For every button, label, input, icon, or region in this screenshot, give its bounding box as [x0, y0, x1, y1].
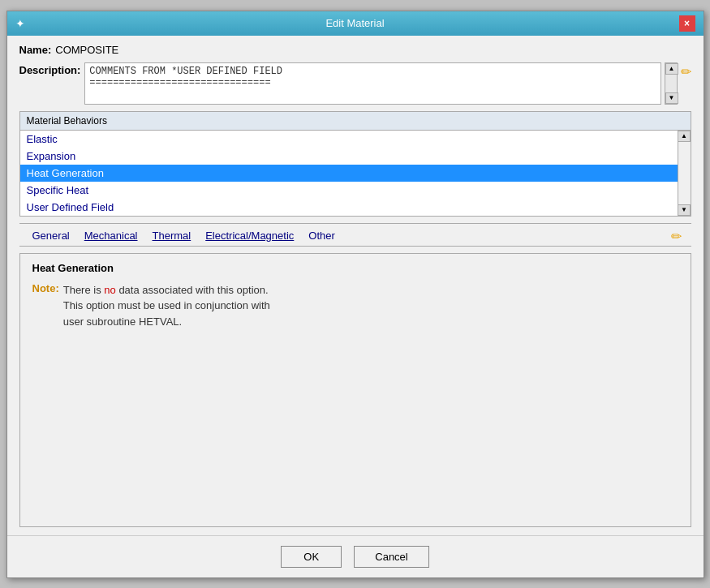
behavior-item-specific-heat[interactable]: Specific Heat — [20, 182, 678, 199]
title-bar: ✦ Edit Material × — [7, 11, 704, 36]
edit-material-dialog: ✦ Edit Material × Name: COMPOSITE Descri… — [6, 11, 704, 578]
note-no-data: no — [104, 284, 115, 296]
content-title: Heat Generation — [32, 262, 678, 274]
close-button[interactable]: × — [679, 15, 695, 32]
tab-other[interactable]: Other — [302, 227, 342, 246]
scroll-up-arrow[interactable]: ▲ — [665, 63, 678, 75]
behaviors-list: Elastic Expansion Heat Generation Specif… — [20, 131, 678, 216]
list-scroll-up[interactable]: ▲ — [678, 131, 691, 142]
behavior-item-user-defined-field[interactable]: User Defined Field — [20, 199, 678, 216]
note-line1-pre: There is — [63, 284, 105, 296]
scroll-down-arrow[interactable]: ▼ — [665, 92, 678, 104]
description-edit-icon[interactable]: ✏ — [681, 62, 691, 79]
behavior-item-expansion[interactable]: Expansion — [20, 148, 678, 165]
dialog-footer: OK Cancel — [7, 535, 704, 577]
name-row: Name: COMPOSITE — [19, 44, 691, 56]
description-row: Description: ▲ ▼ ✏ — [19, 62, 691, 105]
tab-mechanical[interactable]: Mechanical — [78, 227, 144, 246]
tab-general[interactable]: General — [26, 227, 76, 246]
ok-button[interactable]: OK — [281, 546, 342, 568]
tab-thermal[interactable]: Thermal — [146, 227, 198, 246]
tab-edit-icon[interactable]: ✏ — [668, 227, 685, 246]
dialog-title: Edit Material — [32, 17, 679, 29]
dialog-body: Name: COMPOSITE Description: ▲ ▼ ✏ Mater… — [7, 36, 704, 535]
tab-electrical-magnetic[interactable]: Electrical/Magnetic — [199, 227, 300, 246]
note-line1-post: data associated with this option. — [116, 284, 269, 296]
description-box-wrapper: ▲ ▼ ✏ — [84, 62, 691, 105]
behavior-item-heat-generation[interactable]: Heat Generation — [20, 165, 678, 182]
material-behaviors-header: Material Behaviors — [20, 112, 691, 131]
title-bar-left: ✦ — [15, 17, 32, 30]
material-behaviors-section: Material Behaviors Elastic Expansion Hea… — [19, 111, 691, 217]
tab-items: General Mechanical Thermal Electrical/Ma… — [26, 227, 668, 246]
name-value: COMPOSITE — [55, 44, 118, 56]
list-scrollbar: ▲ ▼ — [678, 131, 691, 216]
content-area: Heat Generation Note: There is no data a… — [19, 253, 691, 527]
behaviors-list-wrapper: Elastic Expansion Heat Generation Specif… — [20, 131, 691, 216]
note-line2: This option must be used in conjunction … — [63, 299, 270, 311]
list-scroll-down[interactable]: ▼ — [678, 204, 691, 216]
dialog-icon: ✦ — [15, 17, 25, 30]
tabs-row: General Mechanical Thermal Electrical/Ma… — [19, 223, 691, 247]
note-row: Note: There is no data associated with t… — [32, 282, 678, 330]
list-scroll-track — [678, 142, 691, 204]
description-scrollbar: ▲ ▼ — [665, 62, 678, 105]
description-textarea[interactable] — [84, 62, 661, 105]
behavior-item-elastic[interactable]: Elastic — [20, 131, 678, 148]
cancel-button[interactable]: Cancel — [354, 546, 428, 568]
note-text: There is no data associated with this op… — [63, 282, 270, 330]
note-line3: user subroutine HETVAL. — [63, 315, 182, 328]
name-label: Name: — [19, 44, 52, 56]
description-label: Description: — [19, 62, 81, 76]
note-label: Note: — [32, 282, 59, 294]
